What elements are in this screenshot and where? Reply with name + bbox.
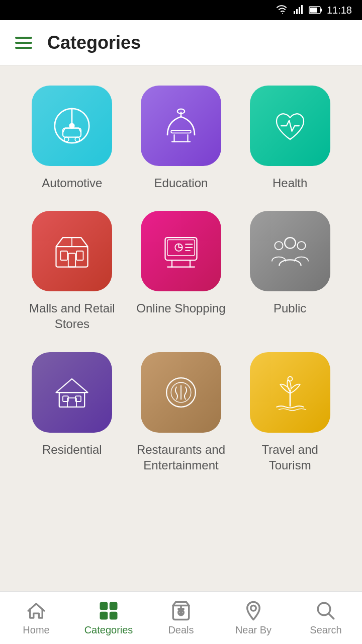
svg-rect-1 xyxy=(296,9,298,14)
page-title: Categories xyxy=(47,32,141,53)
nav-search[interactable]: Search xyxy=(290,592,362,644)
education-label: Education xyxy=(154,175,208,191)
category-travel[interactable]: Travel and Tourism xyxy=(243,352,337,473)
svg-line-40 xyxy=(329,614,334,619)
svg-point-11 xyxy=(64,137,69,142)
category-health[interactable]: Health xyxy=(243,86,337,191)
hamburger-menu[interactable] xyxy=(15,37,32,49)
restaurants-icon-bg xyxy=(141,352,221,433)
residential-icon-bg xyxy=(32,352,112,433)
nav-deals-label: Deals xyxy=(168,624,194,636)
svg-rect-2 xyxy=(299,7,300,14)
health-icon xyxy=(267,103,313,148)
education-icon-bg xyxy=(141,86,221,166)
svg-point-22 xyxy=(285,237,296,249)
bottom-navigation: Home Categories Deals Near By xyxy=(0,591,362,644)
health-icon-bg xyxy=(250,86,330,166)
svg-rect-17 xyxy=(76,251,83,260)
category-online-shopping[interactable]: Online Shopping xyxy=(134,211,228,332)
nearby-icon xyxy=(243,600,264,621)
categories-icon xyxy=(98,600,119,621)
svg-point-9 xyxy=(70,124,74,128)
nav-search-label: Search xyxy=(310,624,341,636)
public-icon-bg xyxy=(250,211,330,291)
nav-home[interactable]: Home xyxy=(0,592,72,644)
travel-label: Travel and Tourism xyxy=(243,442,337,473)
deals-icon xyxy=(170,600,192,621)
svg-rect-32 xyxy=(101,603,107,609)
svg-point-31 xyxy=(288,376,292,381)
malls-icon-bg xyxy=(32,211,112,291)
svg-rect-6 xyxy=(310,8,317,13)
category-public[interactable]: Public xyxy=(243,211,337,332)
app-header: Categories xyxy=(0,20,362,65)
category-grid: Automotive Education xyxy=(25,86,337,473)
svg-rect-19 xyxy=(165,237,197,260)
svg-rect-34 xyxy=(101,612,107,618)
categories-content: Automotive Education xyxy=(0,65,362,493)
svg-rect-5 xyxy=(320,9,322,12)
svg-rect-14 xyxy=(171,130,191,133)
svg-rect-3 xyxy=(301,5,303,14)
public-icon xyxy=(267,228,313,274)
svg-rect-33 xyxy=(111,603,117,609)
svg-rect-35 xyxy=(111,612,117,618)
education-icon xyxy=(158,103,204,148)
svg-rect-10 xyxy=(63,128,81,137)
nav-home-label: Home xyxy=(23,624,49,636)
category-residential[interactable]: Residential xyxy=(25,352,119,473)
wifi-icon xyxy=(277,4,289,16)
nav-deals[interactable]: Deals xyxy=(145,592,217,644)
restaurants-icon xyxy=(158,370,204,415)
svg-point-12 xyxy=(75,137,80,142)
battery-icon xyxy=(309,4,323,16)
malls-icon xyxy=(49,228,95,274)
home-icon xyxy=(26,600,47,621)
residential-label: Residential xyxy=(42,442,102,457)
nav-categories[interactable]: Categories xyxy=(72,592,145,644)
svg-rect-16 xyxy=(61,251,68,260)
car-icon xyxy=(49,103,95,148)
category-automotive[interactable]: Automotive xyxy=(25,86,119,191)
travel-icon-bg xyxy=(250,352,330,433)
time-display: 11:18 xyxy=(327,5,352,16)
category-education[interactable]: Education xyxy=(134,86,228,191)
automotive-label: Automotive xyxy=(42,175,102,191)
online-shopping-label: Online Shopping xyxy=(136,300,225,316)
online-icon-bg xyxy=(141,211,221,291)
category-restaurants[interactable]: Restaurants and Entertainment xyxy=(134,352,228,473)
malls-label: Malls and Retail Stores xyxy=(25,300,119,332)
nav-nearby[interactable]: Near By xyxy=(217,592,290,644)
public-label: Public xyxy=(274,300,306,316)
svg-rect-18 xyxy=(68,254,75,267)
status-bar: 11:18 xyxy=(0,0,362,20)
search-icon xyxy=(315,600,336,621)
travel-icon xyxy=(267,370,313,415)
nav-nearby-label: Near By xyxy=(235,624,272,636)
signal-icon xyxy=(293,4,305,16)
nav-categories-label: Categories xyxy=(84,624,133,636)
residential-icon xyxy=(49,370,95,415)
svg-point-24 xyxy=(297,242,305,250)
svg-point-38 xyxy=(251,605,256,611)
category-malls[interactable]: Malls and Retail Stores xyxy=(25,211,119,332)
health-label: Health xyxy=(273,175,307,191)
automotive-icon-bg xyxy=(32,86,112,166)
svg-rect-0 xyxy=(294,11,295,14)
online-shopping-icon xyxy=(158,228,204,274)
restaurants-label: Restaurants and Entertainment xyxy=(134,442,228,473)
svg-point-23 xyxy=(275,242,283,250)
